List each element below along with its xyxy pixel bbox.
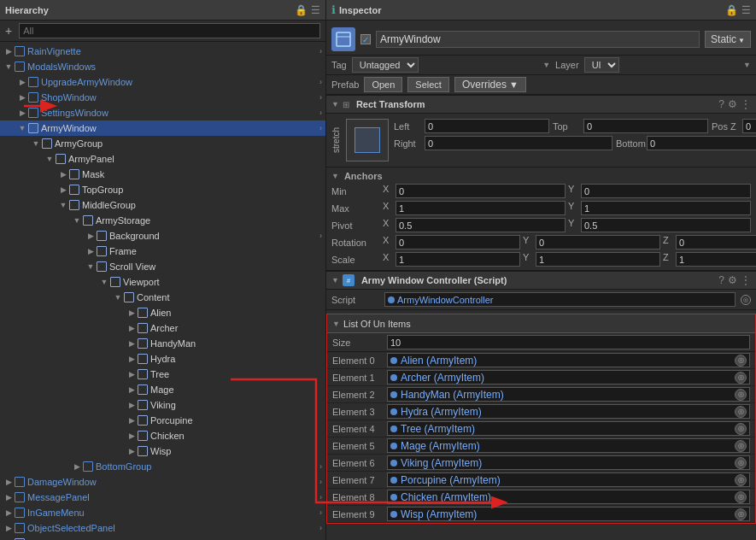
list-item[interactable]: Porcupine — [0, 413, 325, 428]
element-target-button[interactable]: ◎ — [735, 508, 747, 520]
scale-x-input[interactable] — [396, 252, 520, 267]
list-item[interactable]: ArmyStorage — [0, 213, 325, 228]
element-target-button[interactable]: ◎ — [735, 355, 747, 367]
active-checkbox[interactable]: ✓ — [360, 34, 371, 44]
more-icon[interactable]: ⋮ — [741, 98, 751, 110]
select-button[interactable]: Select — [407, 77, 449, 92]
list-item[interactable]: AudioSourceUIClick — [0, 536, 325, 540]
overrides-button[interactable]: Overrides ▼ — [454, 77, 526, 92]
bottom-input[interactable] — [647, 136, 756, 150]
element-value[interactable]: Archer (ArmyItem)◎ — [387, 370, 750, 384]
min-y-input[interactable] — [581, 184, 751, 198]
pivot-x-input[interactable] — [396, 218, 566, 232]
posz-input[interactable] — [742, 119, 756, 133]
list-item[interactable]: Viking — [0, 397, 325, 413]
list-item[interactable]: RainVignette › — [0, 44, 325, 59]
settings-icon[interactable]: ⚙ — [728, 274, 737, 286]
list-item[interactable]: Wisp — [0, 443, 325, 459]
tag-select[interactable]: Untagged — [352, 57, 419, 73]
list-item[interactable]: SettingsWindow › — [0, 105, 325, 120]
static-button[interactable]: Static — [705, 31, 751, 48]
object-name-input[interactable] — [376, 31, 700, 48]
list-item[interactable]: Alien — [0, 305, 325, 320]
lock-icon[interactable]: 🔒 — [725, 4, 738, 16]
element-value[interactable]: HandyMan (ArmyItem)◎ — [387, 387, 750, 402]
open-button[interactable]: Open — [364, 77, 402, 92]
list-item[interactable]: ModalsWindows — [0, 59, 325, 74]
settings-icon[interactable]: ⚙ — [728, 98, 737, 110]
element-label: Element 6 — [332, 458, 384, 468]
list-item[interactable]: Hydra — [0, 351, 325, 367]
question-icon[interactable]: ? — [718, 274, 724, 286]
element-value[interactable]: Tree (ArmyItem)◎ — [387, 421, 750, 436]
left-input[interactable] — [425, 119, 549, 133]
element-value[interactable]: Alien (ArmyItem)◎ — [387, 353, 750, 367]
element-value[interactable]: Mage (ArmyItem)◎ — [387, 438, 750, 453]
script-target-icon[interactable]: ◎ — [741, 295, 751, 305]
element-target-button[interactable]: ◎ — [735, 389, 747, 401]
element-value[interactable]: Viking (ArmyItem)◎ — [387, 455, 750, 470]
list-item[interactable]: BottomGroup › — [0, 459, 325, 474]
list-item[interactable]: HandyMan — [0, 336, 325, 351]
top-input[interactable] — [583, 119, 708, 133]
pivot-y-input[interactable] — [581, 218, 751, 232]
element-label: Element 2 — [332, 390, 384, 400]
menu-icon[interactable]: ☰ — [311, 4, 320, 16]
element-text: Chicken (ArmyItem) — [401, 491, 491, 503]
size-input[interactable] — [387, 335, 750, 349]
list-item[interactable]: Chicken — [0, 428, 325, 443]
element-target-button[interactable]: ◎ — [735, 457, 747, 469]
list-item[interactable]: DamageWindow › — [0, 474, 325, 490]
element-target-button[interactable]: ◎ — [735, 406, 747, 418]
right-input[interactable] — [425, 136, 612, 150]
search-input[interactable] — [19, 23, 320, 38]
element-value[interactable]: Wisp (ArmyItem)◎ — [387, 507, 750, 521]
list-item[interactable]: ObjectSelectedPanel › — [0, 520, 325, 536]
expand-icon — [113, 293, 123, 302]
scale-z-input[interactable] — [676, 252, 756, 267]
list-item[interactable]: Mask — [0, 167, 325, 182]
list-item[interactable]: Frame — [0, 244, 325, 259]
list-item[interactable]: MessagePanel › — [0, 490, 325, 505]
element-target-button[interactable]: ◎ — [735, 372, 747, 384]
element-target-button[interactable]: ◎ — [735, 423, 747, 435]
list-item[interactable]: ArmyWindow › — [0, 120, 325, 136]
list-item[interactable]: ArmyGroup — [0, 136, 325, 151]
list-item[interactable]: Archer — [0, 320, 325, 336]
rot-y-input[interactable] — [536, 235, 660, 249]
list-item[interactable]: Mage — [0, 382, 325, 397]
element-value[interactable]: Chicken (ArmyItem)◎ — [387, 490, 750, 504]
list-item[interactable]: Content — [0, 290, 325, 305]
list-item[interactable]: MiddleGroup — [0, 197, 325, 213]
element-target-button[interactable]: ◎ — [735, 440, 747, 452]
element-value[interactable]: Hydra (ArmyItem)◎ — [387, 404, 750, 419]
layer-select[interactable]: UI — [584, 57, 619, 73]
element-target-button[interactable]: ◎ — [735, 491, 747, 503]
rect-preview[interactable] — [346, 119, 389, 161]
max-x-input[interactable] — [396, 201, 566, 215]
list-item[interactable]: ArmyPanel — [0, 151, 325, 167]
list-item[interactable]: InGameMenu › — [0, 505, 325, 520]
list-item[interactable]: Viewport — [0, 274, 325, 290]
script-value-field[interactable]: ArmyWindowController — [384, 292, 735, 307]
max-y-input[interactable] — [581, 201, 751, 215]
more-icon[interactable]: ⋮ — [741, 274, 751, 286]
list-item[interactable]: ShopWindow › — [0, 90, 325, 105]
item-label: Archer — [150, 323, 178, 333]
list-item[interactable]: TopGroup — [0, 182, 325, 197]
add-button[interactable]: + — [5, 24, 12, 38]
question-icon[interactable]: ? — [718, 98, 724, 110]
menu-icon[interactable]: ☰ — [741, 4, 751, 16]
list-item[interactable]: Scroll View — [0, 259, 325, 274]
lock-icon[interactable]: 🔒 — [295, 4, 308, 16]
rot-x-input[interactable] — [396, 235, 520, 249]
scale-y-input[interactable] — [536, 252, 660, 267]
rot-z-input[interactable] — [676, 235, 756, 249]
list-item[interactable]: UpgradeArmyWindow › — [0, 74, 325, 90]
element-value[interactable]: Porcupine (ArmyItem)◎ — [387, 472, 750, 487]
list-item[interactable]: Tree — [0, 367, 325, 382]
list-item[interactable]: Background › — [0, 228, 325, 244]
min-x-input[interactable] — [396, 184, 566, 198]
prefab-row: Prefab Open Select Overrides ▼ — [326, 75, 756, 95]
element-target-button[interactable]: ◎ — [735, 474, 747, 486]
